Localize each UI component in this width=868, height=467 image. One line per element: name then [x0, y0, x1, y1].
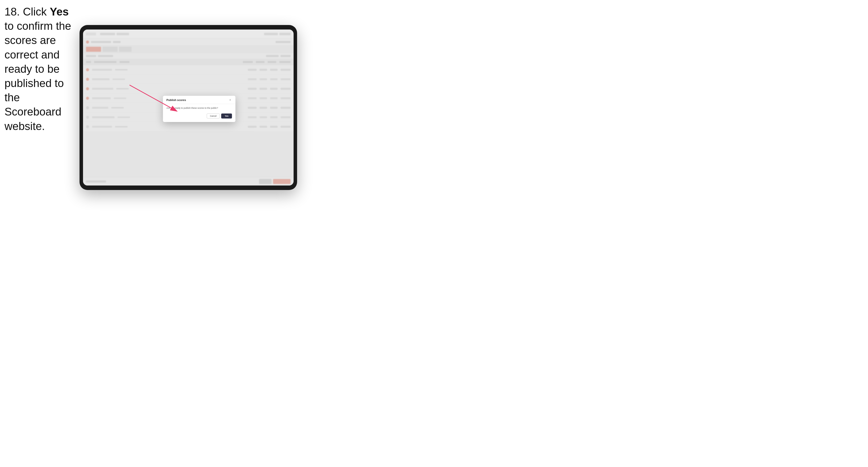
step-number: 18.	[4, 5, 20, 18]
tablet-device: Publish scores × Are you ready to publis…	[80, 25, 297, 190]
text-part2: to confirm the scores are correct and re…	[4, 20, 71, 132]
publish-scores-modal: Publish scores × Are you ready to publis…	[163, 96, 236, 122]
instruction-text: 18. Click Yes to confirm the scores are …	[4, 4, 77, 133]
tablet-screen: Publish scores × Are you ready to publis…	[83, 30, 293, 186]
modal-close-button[interactable]: ×	[228, 98, 232, 102]
cancel-button[interactable]: Cancel	[207, 113, 220, 118]
modal-header: Publish scores ×	[163, 96, 236, 104]
modal-message: Are you ready to publish these scores to…	[166, 106, 232, 110]
yes-button[interactable]: Yes	[221, 113, 232, 118]
modal-actions: Cancel Yes	[166, 113, 232, 118]
text-part1: Click	[20, 5, 50, 18]
bold-yes: Yes	[50, 5, 69, 18]
modal-body: Are you ready to publish these scores to…	[163, 104, 236, 122]
modal-title: Publish scores	[166, 98, 186, 101]
